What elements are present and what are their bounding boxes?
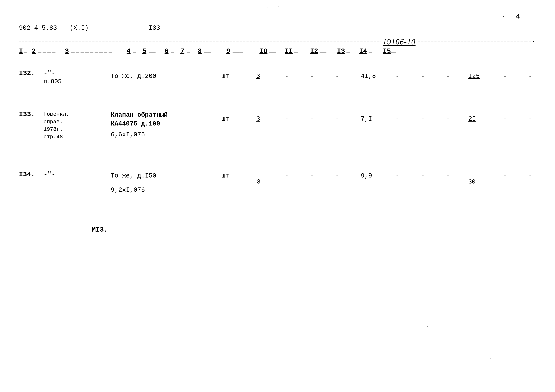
miz-label: МIЗ. — [92, 226, 108, 234]
row-133-col6: - — [285, 115, 289, 122]
col-header-dash-7-8: _ — [187, 47, 190, 54]
decorative-dot-4: · — [490, 356, 492, 360]
row-134-col13-bottom: 30 — [468, 178, 475, 185]
row-133-source-4: стр.48 — [44, 133, 69, 141]
row-133-col10: - — [395, 115, 399, 122]
row-133-source-1: Номенкл. — [44, 111, 69, 118]
col-header-9: 9 — [226, 47, 230, 55]
col-header-5: 5 — [142, 47, 146, 55]
col-header-dash-4-5: _ — [133, 47, 136, 54]
row-134-col11: - — [421, 172, 425, 179]
row-134-prefix: -"- — [44, 171, 56, 178]
col-header-dash-13-14: _ — [346, 47, 350, 54]
row-134-col15: - — [528, 172, 532, 179]
col-header-11: II — [285, 47, 293, 55]
row-132-col6: - — [285, 73, 289, 80]
page-number: 4 — [516, 13, 520, 21]
page: · · 4 · 902-4-5.83 (X.I) I33 19106-10 · … — [0, 0, 555, 392]
decorative-dot-1: · — [95, 293, 97, 297]
row-134-col5-top: - — [256, 171, 261, 178]
col-header-dash-14-15: _ — [369, 47, 372, 54]
col-header-dash-1-2: _ — [24, 47, 27, 54]
row-133-source-2: справ. — [44, 118, 69, 126]
col-header-6: 6 — [165, 47, 168, 55]
col-header-2: 2 — [32, 47, 36, 55]
col-header-dash-10-11: __ — [269, 47, 276, 54]
header-i33: I33 — [149, 24, 160, 32]
page-number-dot: · — [502, 13, 506, 21]
row-134-unit: шт — [221, 172, 229, 179]
row-132-unit: шт — [221, 73, 229, 80]
row-133-number: I33. — [19, 111, 35, 118]
col-header-dash-11-12: _ — [294, 47, 298, 54]
col-header-8: 8 — [198, 47, 202, 55]
col-header-3: 3 — [65, 47, 69, 55]
col-header-dash-15-end: __ — [389, 47, 396, 54]
col-header-dash-12-13: __ — [320, 47, 326, 54]
row-133-subdesc: 6,6xI,076 — [111, 131, 145, 138]
row-133-col8: - — [336, 115, 339, 122]
decorative-dot-3: · — [190, 341, 192, 345]
row-134-col5-bottom: 3 — [256, 178, 261, 185]
col-header-10: IO — [259, 47, 267, 55]
row-133-unit: шт — [221, 115, 229, 122]
row-134-col9: 9,9 — [361, 172, 372, 179]
col-header-4: 4 — [127, 47, 131, 55]
row-134-col13-top: - — [470, 171, 474, 178]
col-header-14: I4 — [359, 47, 367, 55]
col-header-dash-9-10: ___ — [233, 47, 243, 54]
row-133-col14: - — [503, 115, 507, 122]
row-132-sublabel: п.805 — [44, 78, 62, 85]
row-134-col5-frac: - 3 — [256, 171, 261, 185]
row-132-col8: - — [336, 73, 339, 80]
row-133-source-3: 1978г. — [44, 126, 69, 133]
row-133-col7: - — [310, 115, 314, 122]
col-header-13: I3 — [337, 47, 345, 55]
row-134-subdesc: 9,2xI,076 — [111, 186, 145, 194]
row-132-description: То же, д.200 — [111, 73, 156, 80]
row-134-col7: - — [310, 172, 314, 179]
row-133-col15: - — [528, 115, 532, 122]
row-134-description: То же, д.I50 — [111, 172, 156, 179]
row-133-desc-line1: Клапан обратный — [111, 111, 168, 120]
row-133-col12: - — [446, 115, 450, 122]
row-134-col14: - — [503, 172, 507, 179]
row-134-col6: - — [285, 172, 289, 179]
header-row: 902-4-5.83 (X.I) I33 — [19, 24, 536, 32]
row-133-col5: 3 — [256, 115, 260, 122]
row-133-col11: - — [421, 115, 425, 122]
decorative-dot-5: · — [458, 150, 460, 154]
col-header-7: 7 — [180, 47, 184, 55]
row-134-col10: - — [395, 172, 399, 179]
row-133-col9: 7,I — [361, 115, 372, 122]
dashed-line-top: 19106-10 · — [19, 37, 536, 46]
col-header-dash-8-9: __ — [204, 47, 211, 54]
row-132-col9: 4I,8 — [361, 73, 376, 80]
row-132-number: I32. — [19, 70, 35, 77]
column-headers: I _ 2 ____ 3 _________ 4 _ 5 __ 6 _ 7 _ … — [19, 47, 536, 57]
row-132-col14: - — [503, 73, 507, 80]
doc-number: 19106-10 — [382, 37, 416, 46]
col-header-dash-5-6: __ — [149, 47, 155, 54]
row-133-desc: Клапан обратный КА44075 д.100 — [111, 111, 168, 128]
row-134-col12: - — [446, 172, 450, 179]
row-132-col5: 3 — [256, 73, 260, 80]
row-132-col13: I25 — [468, 73, 480, 80]
col-header-dash-2-3: ____ — [38, 47, 57, 54]
col-header-1: I — [19, 47, 23, 55]
row-132-col15: - — [528, 73, 532, 80]
col-header-dash-6-7: _ — [171, 47, 174, 54]
row-132-prefix: -"- — [44, 70, 56, 77]
decorative-dot-2: · — [426, 325, 428, 329]
row-133-col13: 2I — [468, 115, 476, 122]
header-code: 902-4-5.83 — [19, 24, 57, 32]
header-xi: (X.I) — [70, 24, 89, 32]
row-134-number: I34. — [19, 171, 35, 178]
row-134-col8: - — [336, 172, 339, 179]
miz-section: МIЗ. — [92, 226, 108, 234]
row-132-col11: - — [421, 73, 425, 80]
row-132-col10: - — [395, 73, 399, 80]
row-132-col7: - — [310, 73, 314, 80]
row-133-source: Номенкл. справ. 1978г. стр.48 — [44, 111, 69, 141]
row-134-col13-frac: - 30 — [468, 171, 475, 185]
